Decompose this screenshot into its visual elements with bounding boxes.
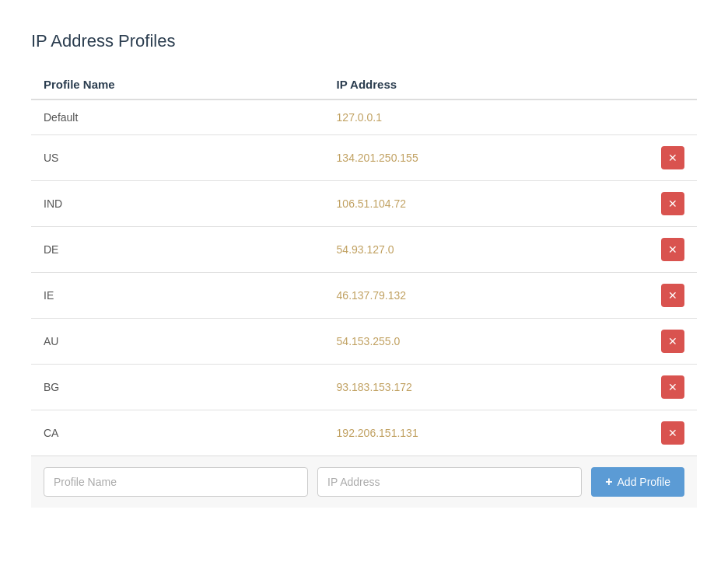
profile-name-cell: AU bbox=[31, 319, 324, 365]
action-cell: ✕ bbox=[649, 319, 697, 365]
action-cell: ✕ bbox=[649, 135, 697, 181]
profile-name-cell: IND bbox=[31, 181, 324, 227]
col-header-actions bbox=[649, 70, 697, 99]
add-profile-row: + Add Profile bbox=[31, 456, 697, 508]
ip-address-cell: 192.206.151.131 bbox=[324, 410, 649, 456]
delete-button[interactable]: ✕ bbox=[661, 375, 684, 399]
delete-button[interactable]: ✕ bbox=[661, 192, 684, 215]
profile-name-cell: Default bbox=[31, 99, 324, 135]
profile-name-input[interactable] bbox=[44, 467, 308, 497]
action-cell: ✕ bbox=[649, 365, 697, 410]
profile-name-cell: CA bbox=[31, 410, 324, 456]
ip-address-cell: 54.153.255.0 bbox=[324, 319, 649, 365]
action-cell: ✕ bbox=[649, 181, 697, 227]
profile-name-cell: DE bbox=[31, 227, 324, 273]
add-profile-button-label: Add Profile bbox=[618, 476, 670, 488]
table-header-row: Profile Name IP Address bbox=[31, 70, 697, 99]
ip-address-cell: 54.93.127.0 bbox=[324, 227, 649, 273]
action-cell bbox=[649, 99, 697, 135]
page-title: IP Address Profiles bbox=[31, 31, 697, 51]
table-row: DE54.93.127.0✕ bbox=[31, 227, 697, 273]
delete-button[interactable]: ✕ bbox=[661, 330, 684, 353]
ip-address-cell: 93.183.153.172 bbox=[324, 365, 649, 410]
ip-address-cell: 134.201.250.155 bbox=[324, 135, 649, 181]
ip-address-cell: 106.51.104.72 bbox=[324, 181, 649, 227]
table-row: AU54.153.255.0✕ bbox=[31, 319, 697, 365]
profile-name-cell: BG bbox=[31, 365, 324, 410]
col-header-profile-name: Profile Name bbox=[31, 70, 324, 99]
action-cell: ✕ bbox=[649, 273, 697, 319]
plus-icon: + bbox=[605, 475, 612, 489]
profile-name-cell: IE bbox=[31, 273, 324, 319]
delete-button[interactable]: ✕ bbox=[661, 421, 684, 445]
ip-address-cell: 46.137.79.132 bbox=[324, 273, 649, 319]
add-profile-button[interactable]: + Add Profile bbox=[591, 467, 684, 497]
table-row: CA192.206.151.131✕ bbox=[31, 410, 697, 456]
table-row: IE46.137.79.132✕ bbox=[31, 273, 697, 319]
table-row: US134.201.250.155✕ bbox=[31, 135, 697, 181]
table-row: Default127.0.0.1 bbox=[31, 99, 697, 135]
col-header-ip-address: IP Address bbox=[324, 70, 649, 99]
delete-button[interactable]: ✕ bbox=[661, 284, 684, 307]
delete-button[interactable]: ✕ bbox=[661, 238, 684, 261]
table-row: IND106.51.104.72✕ bbox=[31, 181, 697, 227]
table-row: BG93.183.153.172✕ bbox=[31, 365, 697, 410]
profile-name-cell: US bbox=[31, 135, 324, 181]
action-cell: ✕ bbox=[649, 410, 697, 456]
action-cell: ✕ bbox=[649, 227, 697, 273]
ip-address-cell: 127.0.0.1 bbox=[324, 99, 649, 135]
profiles-table: Profile Name IP Address Default127.0.0.1… bbox=[31, 70, 697, 508]
delete-button[interactable]: ✕ bbox=[661, 146, 684, 169]
ip-address-input[interactable] bbox=[317, 467, 582, 497]
